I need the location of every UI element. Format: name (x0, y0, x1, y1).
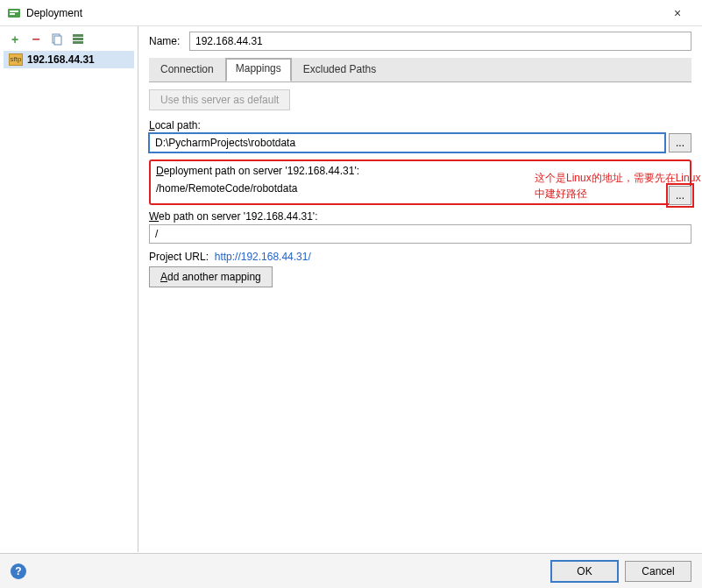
add-icon[interactable]: + (7, 32, 23, 47)
servers-icon[interactable] (70, 32, 86, 47)
titlebar: Deployment × (0, 0, 702, 26)
server-list-item[interactable]: sftp 192.168.44.31 (4, 51, 134, 68)
use-default-button: Use this server as default (149, 89, 290, 110)
deployment-path-input[interactable] (156, 179, 684, 198)
tab-content: Use this server as default Local path: .… (149, 82, 691, 294)
web-path-label: Web path on server '192.168.44.31': (149, 210, 691, 223)
sftp-icon: sftp (9, 53, 23, 66)
close-icon[interactable]: × (660, 6, 695, 20)
footer: ? OK Cancel (0, 553, 702, 588)
web-path-group: Web path on server '192.168.44.31': (149, 210, 691, 244)
deployment-path-browse-button[interactable]: ... (669, 186, 691, 205)
server-name: 192.168.44.31 (27, 53, 95, 66)
name-row: Name: (149, 32, 691, 51)
sidebar: + − sftp 192.168.44.31 (0, 26, 138, 552)
app-icon (7, 6, 21, 20)
remove-icon[interactable]: − (28, 32, 44, 47)
window-title: Deployment (26, 7, 660, 19)
tab-excluded-paths[interactable]: Excluded Paths (292, 58, 387, 81)
deployment-path-label: Deployment path on server '192.168.44.31… (156, 165, 684, 177)
svg-rect-5 (73, 34, 83, 37)
deployment-path-group: Deployment path on server '192.168.44.31… (149, 159, 691, 205)
local-path-group: Local path: ... (149, 119, 691, 152)
svg-rect-7 (73, 41, 83, 44)
local-path-browse-button[interactable]: ... (669, 133, 691, 152)
svg-rect-2 (10, 13, 15, 15)
web-path-input[interactable] (149, 224, 691, 244)
add-mapping-button[interactable]: Add another mapping (149, 266, 273, 287)
name-input[interactable] (189, 32, 691, 51)
help-icon[interactable]: ? (11, 563, 26, 579)
project-url-link[interactable]: http://192.168.44.31/ (215, 251, 311, 263)
project-url-label: Project URL: (149, 251, 209, 263)
svg-rect-4 (54, 36, 61, 45)
sidebar-toolbar: + − (4, 32, 134, 51)
copy-icon[interactable] (49, 32, 65, 47)
cancel-button[interactable]: Cancel (625, 561, 691, 582)
main-panel: Name: Connection Mappings Excluded Paths… (138, 26, 702, 552)
tab-connection[interactable]: Connection (149, 58, 225, 81)
ok-button[interactable]: OK (551, 561, 618, 582)
local-path-input[interactable] (149, 133, 665, 152)
name-label: Name: (149, 35, 189, 47)
project-url-row: Project URL: http://192.168.44.31/ (149, 251, 691, 263)
dialog-body: + − sftp 192.168.44.31 Name: Connection … (0, 26, 702, 552)
local-path-label: Local path: (149, 119, 691, 131)
tab-mappings[interactable]: Mappings (225, 58, 292, 81)
svg-rect-1 (10, 11, 18, 12)
svg-rect-6 (73, 38, 83, 40)
tabs: Connection Mappings Excluded Paths (149, 58, 691, 82)
